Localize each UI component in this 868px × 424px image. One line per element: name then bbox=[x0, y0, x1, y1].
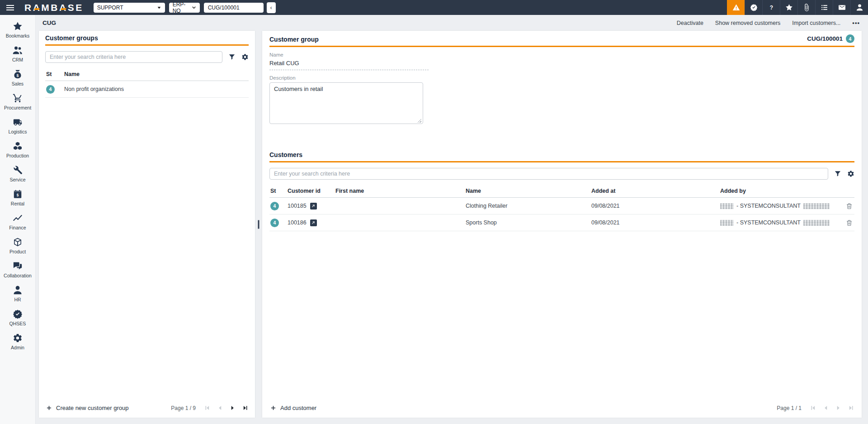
show-removed-customers-action[interactable]: Show removed customers bbox=[715, 20, 781, 26]
sidebar-item-hr[interactable]: HR bbox=[0, 281, 35, 305]
customer-name: Clothing Retailer bbox=[466, 203, 591, 209]
seal-check-icon bbox=[13, 309, 23, 319]
panels: Customer groups St Name 4 Non profit org… bbox=[36, 31, 868, 424]
previous-page-button[interactable] bbox=[217, 405, 222, 410]
first-page-button[interactable] bbox=[811, 405, 816, 410]
gear-icon bbox=[13, 333, 23, 343]
column-added-by: Added by bbox=[720, 188, 836, 194]
name-value[interactable]: Retail CUG bbox=[269, 59, 429, 70]
sidebar-item-collaboration[interactable]: Collaboration bbox=[0, 257, 35, 281]
chevron-down-icon bbox=[192, 5, 196, 10]
sidebar-item-product[interactable]: Product bbox=[0, 233, 35, 257]
customer-groups-list: 4 Non profit organizations bbox=[45, 81, 249, 98]
customers-table-header: St Customer id First name Name Added at … bbox=[269, 184, 854, 198]
add-customer-button[interactable]: Add customer bbox=[270, 405, 316, 411]
customer-row[interactable]: 4 100186 Sports Shop 09/08/2021 - SYSTEM… bbox=[269, 214, 854, 231]
customer-row[interactable]: 4 100185 Clothing Retailer 09/08/2021 - … bbox=[269, 198, 854, 214]
truck-icon bbox=[13, 117, 23, 127]
create-customer-group-button[interactable]: Create new customer group bbox=[46, 405, 128, 411]
system-value: ERP-NO bbox=[173, 1, 192, 14]
remove-customer-icon[interactable] bbox=[846, 219, 853, 226]
name-field: Name Retail CUG bbox=[269, 52, 429, 70]
box-icon bbox=[13, 237, 23, 247]
customer-groups-header: Customer groups bbox=[45, 34, 249, 46]
sidebar-item-logistics[interactable]: Logistics bbox=[0, 114, 35, 138]
customer-groups-pager: Page 1 / 9 bbox=[171, 405, 248, 411]
sidebar-item-finance[interactable]: Finance bbox=[0, 210, 35, 233]
messages-icon[interactable] bbox=[833, 0, 850, 15]
task-list-icon[interactable] bbox=[815, 0, 833, 15]
customer-groups-search-input[interactable] bbox=[45, 51, 222, 63]
sidebar-item-admin[interactable]: Admin bbox=[0, 329, 35, 353]
remove-customer-icon[interactable] bbox=[846, 203, 853, 210]
customer-group-row[interactable]: 4 Non profit organizations bbox=[45, 81, 249, 98]
filter-icon[interactable] bbox=[228, 53, 236, 61]
last-page-button[interactable] bbox=[243, 405, 248, 410]
open-customer-icon[interactable] bbox=[310, 219, 317, 226]
next-page-button[interactable] bbox=[230, 405, 235, 410]
more-actions-button[interactable]: ••• bbox=[852, 19, 860, 26]
next-page-button[interactable] bbox=[836, 405, 841, 410]
filter-icon[interactable] bbox=[834, 170, 841, 177]
sidebar-item-service[interactable]: Service bbox=[0, 162, 35, 186]
sidebar-item-production[interactable]: Production bbox=[0, 138, 35, 162]
settings-icon[interactable] bbox=[241, 53, 249, 61]
add-customer-label: Add customer bbox=[280, 405, 316, 411]
panel-splitter[interactable] bbox=[255, 31, 262, 418]
attachments-icon[interactable] bbox=[797, 0, 815, 15]
sidebar-item-rental[interactable]: $Rental bbox=[0, 186, 35, 210]
back-button[interactable]: ‹ bbox=[267, 2, 276, 13]
previous-page-button[interactable] bbox=[823, 405, 828, 410]
customers-title: Customers bbox=[269, 151, 302, 158]
alerts-icon[interactable] bbox=[727, 0, 745, 15]
sidebar-item-label: CRM bbox=[12, 57, 23, 62]
sidebar-item-sales[interactable]: $Sales bbox=[0, 66, 35, 90]
environment-select[interactable]: SUPPORT bbox=[94, 3, 165, 13]
customer-groups-table-header: St Name bbox=[45, 67, 249, 81]
customers-search-row bbox=[269, 168, 854, 180]
document-id: CUG/100001 bbox=[807, 35, 843, 42]
program-search-input[interactable] bbox=[204, 3, 264, 13]
customer-groups-title: Customer groups bbox=[45, 34, 98, 42]
last-page-button[interactable] bbox=[849, 405, 854, 410]
page-actions: Deactivate Show removed customers Import… bbox=[677, 19, 860, 26]
customer-groups-panel: Customer groups St Name 4 Non profit org… bbox=[39, 31, 255, 418]
comments-icon bbox=[13, 261, 23, 271]
settings-icon[interactable] bbox=[847, 170, 854, 177]
favorites-icon[interactable] bbox=[780, 0, 797, 15]
customers-pager: Page 1 / 1 bbox=[777, 405, 854, 411]
sidebar-item-bookmarks[interactable]: Bookmarks bbox=[0, 18, 35, 42]
money-bag-icon: $ bbox=[13, 69, 23, 79]
column-st: St bbox=[269, 188, 288, 194]
sidebar-item-label: QHSES bbox=[9, 321, 26, 326]
help-icon[interactable]: ? bbox=[762, 0, 780, 15]
sidebar-item-label: Admin bbox=[11, 345, 24, 350]
page-indicator: Page 1 / 9 bbox=[171, 405, 196, 411]
sidebar-item-qhses[interactable]: QHSES bbox=[0, 305, 35, 329]
sidebar-item-label: Procurement bbox=[4, 105, 31, 110]
redacted-text bbox=[720, 203, 734, 209]
customers-header: Customers bbox=[269, 151, 854, 162]
approvals-icon[interactable] bbox=[745, 0, 762, 15]
open-customer-icon[interactable] bbox=[310, 203, 317, 210]
system-select[interactable]: ERP-NO bbox=[169, 3, 200, 13]
redacted-text bbox=[803, 220, 830, 226]
sidebar-item-procurement[interactable]: Procurement bbox=[0, 90, 35, 114]
first-page-button[interactable] bbox=[205, 405, 210, 410]
page-header: CUG Deactivate Show removed customers Im… bbox=[36, 15, 868, 31]
topbar-icons: ? bbox=[727, 0, 868, 15]
hamburger-menu-icon[interactable] bbox=[0, 5, 20, 10]
description-textarea[interactable]: Customers in retail bbox=[269, 82, 423, 124]
deactivate-action[interactable]: Deactivate bbox=[677, 20, 703, 26]
import-customers-action[interactable]: Import customers... bbox=[792, 20, 840, 26]
customer-added-at: 09/08/2021 bbox=[591, 219, 720, 226]
customers-search-input[interactable] bbox=[269, 168, 828, 180]
account-icon[interactable] bbox=[850, 0, 868, 15]
sidebar-item-crm[interactable]: CRM bbox=[0, 42, 35, 66]
customer-group-title: Customer group bbox=[269, 36, 319, 43]
status-badge: 4 bbox=[270, 202, 279, 210]
redacted-text bbox=[720, 220, 734, 226]
svg-text:?: ? bbox=[769, 5, 773, 11]
logo-text: RAMBASE bbox=[24, 2, 84, 13]
main-content: CUG Deactivate Show removed customers Im… bbox=[36, 15, 868, 424]
